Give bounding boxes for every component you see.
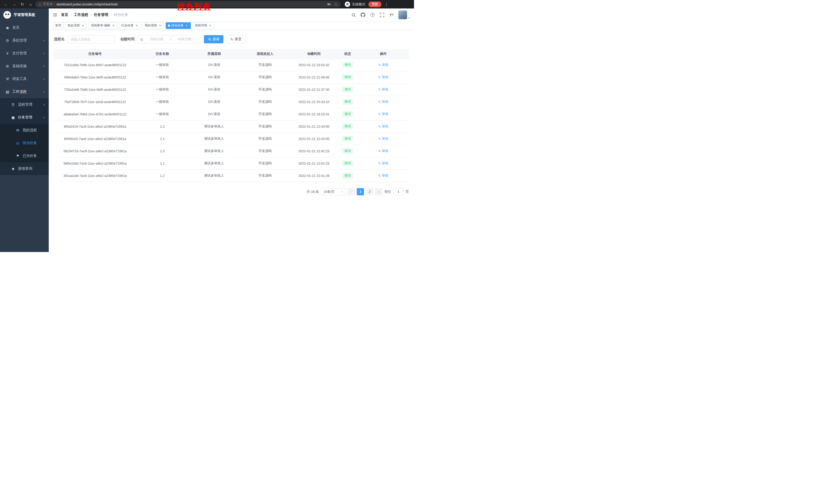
- cell-task-id: 580e1b3d-7ac8-11ec-a9e2-a2380e71991a: [54, 157, 136, 170]
- refresh-icon: ↻: [231, 37, 234, 41]
- prev-page-button[interactable]: ‹: [347, 188, 355, 195]
- fullscreen-icon[interactable]: [379, 12, 384, 17]
- yen-icon: ¥: [5, 51, 10, 55]
- table-row: 8f059c03-7ac8-11ec-a9e2-a2380e71991a 1.1…: [54, 133, 409, 145]
- sidebar: 芋道管理系统 ◉ 首页 ⚙ 系统管理 ∨ ¥ 支付管理 ∨ ⊞ 基础设施 ∨: [0, 8, 49, 252]
- sidebar-item-payment-management[interactable]: ¥ 支付管理 ∨: [0, 47, 49, 60]
- sidebar-item-system-management[interactable]: ⚙ 系统管理 ∨: [0, 34, 49, 47]
- total-count: 共 16 条: [306, 189, 319, 194]
- close-icon[interactable]: ×: [208, 24, 212, 28]
- chevron-down-icon: ∨: [43, 65, 45, 67]
- cell-process: OA 请假: [189, 96, 240, 108]
- approve-button[interactable]: ✎ 审批: [378, 124, 388, 129]
- tab-process-form-edit[interactable]: 流程表单-编辑 ×: [88, 22, 118, 29]
- app-logo[interactable]: 芋道管理系统: [0, 8, 49, 21]
- warning-icon: ⚠: [38, 3, 41, 6]
- approve-button[interactable]: ✎ 审批: [378, 161, 388, 166]
- cell-task-name: 1.2: [136, 145, 188, 157]
- cell-task-name: 1.1: [136, 133, 188, 145]
- column-process: 所属流程: [189, 49, 240, 59]
- approve-button[interactable]: ✎ 审批: [378, 136, 388, 141]
- goto-page-input[interactable]: [393, 188, 404, 195]
- sidebar-item-my-processes[interactable]: ✉ 我的流程: [0, 124, 49, 137]
- close-icon[interactable]: ×: [112, 24, 115, 28]
- reload-icon[interactable]: ↻: [19, 1, 26, 8]
- page-button-2[interactable]: 2: [366, 188, 373, 195]
- approve-button[interactable]: ✎ 审批: [378, 75, 388, 80]
- approve-button[interactable]: ✎ 审批: [378, 87, 388, 92]
- close-icon[interactable]: ×: [135, 24, 138, 28]
- menu-kebab-icon[interactable]: ⋮: [384, 2, 388, 7]
- reset-button[interactable]: ↻ 重置: [226, 35, 245, 43]
- approve-button[interactable]: ✎ 审批: [378, 149, 388, 153]
- close-icon[interactable]: ×: [81, 24, 85, 28]
- back-icon[interactable]: ←: [3, 1, 9, 8]
- approve-button[interactable]: ✎ 审批: [378, 62, 388, 67]
- bookmark-star-icon[interactable]: ☆: [334, 2, 338, 6]
- sidebar-item-todo-tasks[interactable]: ◎ 待办任务: [0, 137, 49, 149]
- tab-start-process[interactable]: 发起流程 ×: [65, 22, 87, 29]
- cell-task-name: 一级审批: [136, 71, 188, 83]
- security-label[interactable]: 不安全: [43, 2, 53, 6]
- approve-button[interactable]: ✎ 审批: [378, 112, 388, 117]
- sidebar-item-done-tasks[interactable]: ⚑ 已办任务: [0, 149, 49, 162]
- tab-process-detail[interactable]: 流程详情 ×: [192, 22, 214, 29]
- column-created: 创建时间: [290, 49, 338, 59]
- close-icon[interactable]: ×: [185, 24, 189, 28]
- key-icon[interactable]: [327, 2, 331, 6]
- github-icon[interactable]: [360, 12, 366, 17]
- home-icon[interactable]: ⌂: [27, 1, 34, 8]
- chevron-up-icon: ∧: [43, 91, 45, 93]
- approve-button[interactable]: ✎ 审批: [378, 99, 388, 104]
- top-header: 首页 / 工作流程 / 任务管理 / 待办任务 ? TT: [49, 8, 414, 21]
- chevron-down-icon: ∨: [341, 190, 343, 193]
- page-size-select[interactable]: 10条/页 ∨: [321, 188, 345, 195]
- table-row: 069c6a63-7b8a-11ec-8ef0-acde48001122 一级审…: [54, 71, 409, 83]
- cell-task-id: 069c6a63-7b8a-11ec-8ef0-acde48001122: [54, 71, 136, 83]
- search-button[interactable]: 搜索: [204, 35, 223, 43]
- infrastructure-icon: ⊞: [5, 64, 10, 68]
- page-button-1[interactable]: 1: [357, 188, 364, 195]
- cell-process: OA 请假: [189, 108, 240, 120]
- calendar-icon: ▦: [140, 37, 143, 41]
- breadcrumb-separator: /: [111, 13, 112, 17]
- table-row: 73211d9d-7b9b-11ec-b5b7-acde48001122 一级审…: [54, 59, 409, 71]
- tab-home[interactable]: 首页: [53, 22, 64, 29]
- breadcrumb-task-management[interactable]: 任务管理: [94, 12, 108, 17]
- font-size-icon[interactable]: TT: [389, 12, 394, 17]
- sidebar-item-dev-tools[interactable]: ⚒ 研发工具 ∨: [0, 73, 49, 85]
- help-icon[interactable]: ?: [370, 12, 375, 17]
- cell-status: 激活: [338, 120, 358, 133]
- sidebar-item-home[interactable]: ◉ 首页: [0, 21, 49, 34]
- column-starter: 流程发起人: [240, 49, 290, 59]
- forward-icon[interactable]: →: [11, 1, 17, 8]
- close-icon[interactable]: ×: [158, 24, 162, 28]
- tab-my-processes[interactable]: 我的流程 ×: [142, 22, 164, 29]
- cell-action: ✎ 审批: [358, 145, 409, 157]
- date-range-picker[interactable]: ▦ 开始日期 - 结束日期: [137, 35, 198, 43]
- collapse-sidebar-icon[interactable]: [53, 12, 57, 17]
- approve-button[interactable]: ✎ 审批: [378, 173, 388, 178]
- search-icon[interactable]: [351, 12, 356, 17]
- cell-starter: 芋道源码: [240, 120, 290, 133]
- logo-image: [3, 11, 11, 19]
- breadcrumb-home[interactable]: 首页: [61, 12, 68, 17]
- tab-done-tasks[interactable]: 已办任务 ×: [119, 22, 141, 29]
- process-name-input[interactable]: [67, 35, 115, 43]
- update-button[interactable]: 更新: [368, 2, 381, 7]
- tab-todo-tasks[interactable]: 待办任务 ×: [166, 22, 191, 29]
- prev-icon: ‹: [350, 190, 352, 193]
- edit-icon: ✎: [378, 112, 381, 116]
- sidebar-item-infrastructure[interactable]: ⊞ 基础设施 ∨: [0, 60, 49, 73]
- sidebar-item-process-management[interactable]: ☰ 流程管理 ∨: [0, 98, 49, 111]
- edit-icon: ✎: [378, 88, 381, 92]
- sidebar-item-leave-query[interactable]: ☻ 请假查询: [0, 162, 49, 175]
- next-page-button[interactable]: ›: [375, 188, 382, 195]
- avatar-image: [398, 10, 407, 19]
- breadcrumb-workflow[interactable]: 工作流程: [74, 12, 88, 17]
- sidebar-item-workflow[interactable]: ▤ 工作流程 ∧: [0, 85, 49, 98]
- user-avatar[interactable]: ∨: [398, 10, 410, 19]
- edit-icon: ✎: [378, 137, 381, 141]
- gear-icon: ⚙: [5, 39, 10, 43]
- sidebar-item-task-management[interactable]: ▣ 任务管理 ∧: [0, 111, 49, 124]
